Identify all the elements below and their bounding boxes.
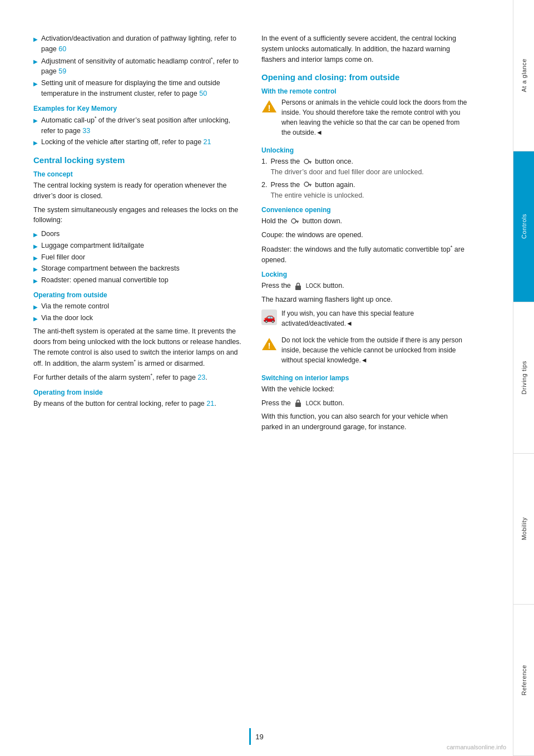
list-item: ▶ Setting unit of measure for displaying… <box>33 78 245 99</box>
svg-rect-9 <box>295 220 299 222</box>
sidebar-label-driving-tips: Driving tips <box>521 361 527 394</box>
list-item: ▶ Doors <box>33 229 245 239</box>
bullet-arrow-icon: ▶ <box>33 116 38 125</box>
locking-para-2: The hazard warning flashers light up onc… <box>261 294 467 305</box>
sidebar-label-reference: Reference <box>521 665 527 695</box>
svg-rect-4 <box>310 162 311 163</box>
list-item: ▶ Storage compartment between the backre… <box>33 263 245 274</box>
svg-point-8 <box>291 219 296 223</box>
svg-rect-11 <box>295 286 301 290</box>
svg-point-2 <box>304 159 309 164</box>
operating-inside-subheading: Operating from inside <box>33 389 245 396</box>
bullet-arrow-icon: ▶ <box>33 57 38 66</box>
switching-para-3: With this function, you can also search … <box>261 411 467 433</box>
info-box-1: 🚗 If you wish, you can have this special… <box>261 308 467 332</box>
info-car-icon: 🚗 <box>261 310 277 325</box>
list-item: ▶ Via the remote control <box>33 301 245 312</box>
warning-triangle-icon-2: ! <box>261 336 277 352</box>
svg-rect-6 <box>308 184 312 185</box>
sidebar-label-controls: Controls <box>521 214 527 239</box>
operating-outside-bullet-list: ▶ Via the remote control ▶ Via the door … <box>33 301 245 323</box>
key-icon-3 <box>290 217 299 226</box>
concept-subheading: The concept <box>33 170 245 178</box>
concept-bullet-list: ▶ Doors ▶ Luggage compartment lid/tailga… <box>33 229 245 286</box>
top-bullet-list: ▶ Activation/deactivation and duration o… <box>33 33 245 99</box>
svg-text:!: ! <box>268 103 271 112</box>
bullet-arrow-icon: ▶ <box>33 230 38 239</box>
unlocking-subheading: Unlocking <box>261 146 467 154</box>
page: ▶ Activation/deactivation and duration o… <box>0 0 534 756</box>
key-icon-2 <box>303 180 312 189</box>
list-item: ▶ Adjustment of sensitivity of automatic… <box>33 56 245 77</box>
bullet-arrow-icon: ▶ <box>33 80 38 88</box>
page-number-bar: 19 <box>0 728 513 745</box>
convenience-para-2: Coupe: the windows are opened. <box>261 230 467 240</box>
key-icon <box>303 158 312 166</box>
convenience-para-3: Roadster: the windows and the fully auto… <box>261 244 467 266</box>
page-link-50[interactable]: 50 <box>199 90 207 97</box>
sidebar-driving-tips[interactable]: Driving tips <box>513 302 534 454</box>
central-locking-heading: Central locking system <box>33 155 245 165</box>
left-column: ▶ Activation/deactivation and duration o… <box>33 33 245 734</box>
page-number-line <box>249 728 251 745</box>
examples-bullet-list: ▶ Automatic call-up* of the driver’s sea… <box>33 115 245 148</box>
operating-outside-para-1: The anti-theft system is operated at the… <box>33 326 245 369</box>
sidebar-label-at-a-glance: At a glance <box>521 58 527 92</box>
bullet-arrow-icon: ▶ <box>33 303 38 311</box>
list-item: ▶ Luggage compartment lid/tailgate <box>33 240 245 251</box>
sidebar-label-mobility: Mobility <box>521 517 527 540</box>
list-item: ▶ Locking of the vehicle after starting … <box>33 137 245 148</box>
info-1-text: If you wish, you can have this special f… <box>281 308 467 328</box>
sidebar-mobility[interactable]: Mobility <box>513 454 534 605</box>
list-item: ▶ Roadster: opened manual convertible to… <box>33 275 245 286</box>
operating-outside-subheading: Operating from outside <box>33 291 245 299</box>
sidebar-reference[interactable]: Reference <box>513 605 534 756</box>
page-number: 19 <box>255 733 263 741</box>
page-link-23[interactable]: 23 <box>197 374 205 382</box>
bullet-arrow-icon: ▶ <box>33 265 38 273</box>
warning-box-1: ! Persons or animals in the vehicle coul… <box>261 97 467 141</box>
warning-triangle-icon: ! <box>261 99 277 114</box>
convenience-para-1: Hold the button down. <box>261 216 467 227</box>
concept-para-2: The system simultaneously engages and re… <box>33 205 245 226</box>
concept-para-1: The central locking system is ready for … <box>33 180 245 202</box>
lock-icon <box>294 282 303 291</box>
svg-rect-16 <box>295 402 301 407</box>
sidebar-controls[interactable]: Controls <box>513 151 534 303</box>
list-item: ▶ Fuel filler door <box>33 252 245 263</box>
bullet-arrow-icon: ▶ <box>33 254 38 262</box>
list-item: 2. Press the button again.The entire veh… <box>261 180 467 201</box>
svg-rect-7 <box>310 185 311 186</box>
warning-1-text: Persons or animals in the vehicle could … <box>281 97 467 138</box>
bullet-arrow-icon: ▶ <box>33 139 38 147</box>
page-link-60[interactable]: 60 <box>58 45 66 53</box>
page-link-21b[interactable]: 21 <box>206 400 214 408</box>
svg-text:!: ! <box>268 341 271 350</box>
svg-rect-3 <box>308 161 312 162</box>
switching-para-2: Press the LOCK button. <box>261 398 467 409</box>
bullet-arrow-icon: ▶ <box>33 35 38 43</box>
page-link-21a[interactable]: 21 <box>204 138 211 146</box>
watermark: carmanualsonline.info <box>447 744 506 750</box>
switching-interior-subheading: Switching on interior lamps <box>261 374 467 382</box>
sidebar-at-a-glance[interactable]: At a glance <box>513 0 534 151</box>
bullet-arrow-icon: ▶ <box>33 277 38 285</box>
operating-inside-para: By means of the button for central locki… <box>33 399 245 409</box>
list-item: ▶ Via the door lock <box>33 313 245 323</box>
switching-para-1: With the vehicle locked: <box>261 384 467 395</box>
page-link-59[interactable]: 59 <box>58 67 66 75</box>
opening-closing-heading: Opening and closing: from outside <box>261 72 467 82</box>
main-content: ▶ Activation/deactivation and duration o… <box>0 0 513 756</box>
sidebar: At a glance Controls Driving tips Mobili… <box>513 0 534 756</box>
warning-box-2: ! Do not lock the vehicle from the outsi… <box>261 335 467 369</box>
right-column: In the event of a sufficiently severe ac… <box>256 33 467 734</box>
with-remote-subheading: With the remote control <box>261 87 467 95</box>
list-item: 1. Press the button once.The driver’s do… <box>261 156 467 178</box>
svg-rect-10 <box>297 222 298 223</box>
page-link-33[interactable]: 33 <box>82 127 90 135</box>
bullet-arrow-icon: ▶ <box>33 242 38 251</box>
locking-para-1: Press the LOCK button. <box>261 281 467 291</box>
operating-outside-para-2: For further details of the alarm system*… <box>33 372 245 383</box>
lock-icon-2 <box>294 399 303 408</box>
svg-text:🚗: 🚗 <box>263 311 276 323</box>
